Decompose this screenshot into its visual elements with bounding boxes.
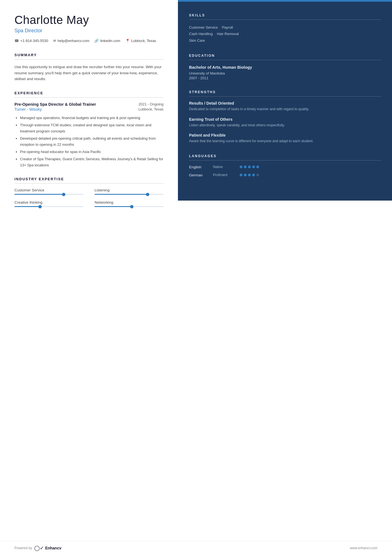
strengths-section: STRENGTHS Results / Detail Oriented Dedi… xyxy=(189,90,381,144)
strength-item-1: Earning Trust of Others Listen attentive… xyxy=(189,117,381,128)
bullet-3: Developed detailed pre-opening critical … xyxy=(20,135,163,147)
edu-university: University of Manitoba xyxy=(189,71,381,75)
exp-header: Pre-Opening Spa Director & Global Traine… xyxy=(14,102,163,107)
summary-section: SUMMARY Use this opportunity to intrigue… xyxy=(14,53,163,82)
dot-1-3 xyxy=(252,174,255,176)
bar-track-2 xyxy=(14,206,83,207)
strength-desc-2: Aware that the learning curve is differe… xyxy=(189,139,381,144)
edu-years: 2007 - 2011 xyxy=(189,76,381,80)
dot-1-1 xyxy=(244,174,247,176)
link-icon: 🔗 xyxy=(94,39,99,43)
bar-dot-1 xyxy=(146,193,149,196)
languages-title: LANGUAGES xyxy=(189,154,381,158)
expertise-label-2: Creative thinking xyxy=(14,200,83,204)
bar-dot-2 xyxy=(38,205,42,208)
summary-title: SUMMARY xyxy=(14,53,163,57)
lang-row-1: German Proficient xyxy=(189,173,381,177)
dot-0-0 xyxy=(240,166,242,168)
candidate-name: Charlotte May xyxy=(14,13,163,27)
strength-desc-0: Dedicated to completion of tasks in a ti… xyxy=(189,107,381,112)
exp-company: Turner - Wisoky xyxy=(14,107,42,112)
bullet-2: Through extensive TCM studies; created a… xyxy=(20,122,163,134)
languages-section: LANGUAGES English Native German Profi xyxy=(189,154,381,177)
skill-dot-3: · xyxy=(239,32,241,36)
strength-item-0: Results / Detail Oriented Dedicated to c… xyxy=(189,101,381,112)
dot-0-4 xyxy=(256,166,259,168)
bar-fill-2 xyxy=(14,206,41,207)
skill-3: Hair Removal xyxy=(217,32,239,36)
lang-row-0: English Native xyxy=(189,165,381,169)
education-title: EDUCATION xyxy=(189,54,381,58)
strength-name-2: Patient and Flexible xyxy=(189,133,381,137)
email-contact: ✉ help@enhancv.com xyxy=(53,39,89,43)
experience-section: EXPERIENCE Pre-Opening Spa Director & Gl… xyxy=(14,91,163,168)
location-icon: 📍 xyxy=(125,39,130,43)
skill-1: Payroll xyxy=(222,25,233,29)
bullet-5: Creator of Spa Therapies, Guest Centric … xyxy=(20,156,163,168)
summary-text: Use this opportunity to intrigue and dra… xyxy=(14,64,163,82)
education-section: EDUCATION Bachelor of Arts, Human Biolog… xyxy=(189,54,381,80)
lang-dots-1 xyxy=(240,174,259,176)
bar-fill-0 xyxy=(14,194,64,195)
lang-dots-0 xyxy=(240,166,259,168)
expertise-item-3: Networking xyxy=(95,200,163,207)
skill-dot-0: · xyxy=(218,25,221,29)
expertise-item-1: Listening xyxy=(95,188,163,195)
lang-name-0: English xyxy=(189,165,209,169)
lang-name-1: German xyxy=(189,173,209,177)
enhancv-logo: ◯✓ Enhancv xyxy=(34,545,61,551)
edu-degree: Bachelor of Arts, Human Biology xyxy=(189,65,381,70)
expertise-section: INDUSTRY EXPERTISE Customer Service List… xyxy=(14,177,163,207)
lang-level-1: Proficient xyxy=(213,173,235,177)
skill-4: Skin Care xyxy=(189,38,205,43)
bullet-1: Managed spa operations, financial budget… xyxy=(20,115,163,121)
expertise-grid: Customer Service Listening xyxy=(14,188,163,207)
logo-brand: Enhancv xyxy=(45,546,61,550)
exp-date: 2021 - Ongoing xyxy=(138,102,163,106)
bar-track-3 xyxy=(95,206,163,207)
strength-desc-1: Listen attentively, speak candidly, and … xyxy=(189,123,381,128)
bar-fill-1 xyxy=(95,194,148,195)
linkedin-text: linkedin.com xyxy=(100,39,120,43)
contact-row: ☎ +1-914-345-5530 ✉ help@enhancv.com 🔗 l… xyxy=(14,39,163,43)
experience-title: EXPERIENCE xyxy=(14,91,163,95)
expertise-label-1: Listening xyxy=(95,188,163,192)
expertise-title: INDUSTRY EXPERTISE xyxy=(14,177,163,181)
powered-text: Powered by xyxy=(14,546,32,550)
dot-1-4 xyxy=(256,174,259,176)
location-contact: 📍 Lubbock, Texas xyxy=(125,39,156,43)
logo-icon: ◯✓ xyxy=(34,545,44,551)
exp-bullets: Managed spa operations, financial budget… xyxy=(14,115,163,168)
location-text: Lubbock, Texas xyxy=(131,39,156,43)
exp-job-title: Pre-Opening Spa Director & Global Traine… xyxy=(14,102,96,107)
linkedin-contact: 🔗 linkedin.com xyxy=(94,39,120,43)
skill-0: Customer Service xyxy=(189,25,218,29)
expertise-label-0: Customer Service xyxy=(14,188,83,192)
email-icon: ✉ xyxy=(53,39,56,43)
dot-1-2 xyxy=(248,174,251,176)
footer: Powered by ◯✓ Enhancv www.enhancv.com xyxy=(0,541,392,555)
exp-location: Lubbock, Texas xyxy=(138,107,163,112)
footer-left: Powered by ◯✓ Enhancv xyxy=(14,545,61,551)
strength-item-2: Patient and Flexible Aware that the lear… xyxy=(189,133,381,144)
top-accent xyxy=(178,0,392,2)
job-title: Spa Director xyxy=(14,28,163,34)
strength-name-1: Earning Trust of Others xyxy=(189,117,381,122)
skill-dot-2: · xyxy=(213,32,216,36)
phone-icon: ☎ xyxy=(14,39,19,43)
bar-track-1 xyxy=(95,194,163,195)
expertise-item-0: Customer Service xyxy=(14,188,83,195)
skill-dot-1: · xyxy=(234,25,235,29)
bar-track-0 xyxy=(14,194,83,195)
footer-website: www.enhancv.com xyxy=(350,546,378,550)
dot-0-2 xyxy=(248,166,251,168)
skills-section: SKILLS Customer Service · Payroll · Cash… xyxy=(189,13,381,44)
bar-fill-3 xyxy=(95,206,132,207)
bullet-4: Pre-opening head educator for spas in As… xyxy=(20,149,163,155)
skill-2: Cash Handling xyxy=(189,32,213,36)
dot-0-1 xyxy=(244,166,247,168)
email-text: help@enhancv.com xyxy=(58,39,89,43)
dot-0-3 xyxy=(252,166,255,168)
bar-dot-0 xyxy=(62,193,65,196)
skill-tags: Customer Service · Payroll · Cash Handli… xyxy=(189,24,381,44)
